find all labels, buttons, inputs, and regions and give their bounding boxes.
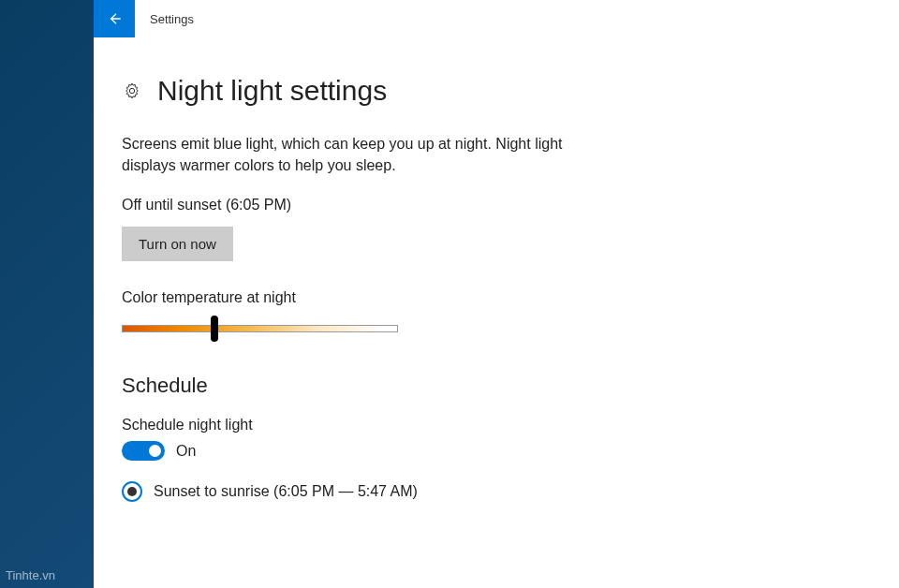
watermark: Tinhte.vn: [6, 568, 55, 582]
color-temperature-slider[interactable]: [122, 319, 398, 338]
color-temperature-label: Color temperature at night: [122, 289, 871, 306]
toggle-knob: [149, 445, 161, 457]
schedule-toggle-row: On: [122, 441, 871, 461]
slider-track: [122, 325, 398, 332]
page-description: Screens emit blue light, which can keep …: [122, 133, 609, 176]
turn-on-now-button[interactable]: Turn on now: [122, 227, 233, 261]
titlebar: Settings: [94, 0, 899, 37]
radio-button-icon: [122, 481, 142, 502]
status-text: Off until sunset (6:05 PM): [122, 197, 871, 213]
back-button[interactable]: [94, 0, 135, 37]
schedule-heading: Schedule: [122, 374, 871, 398]
svg-point-0: [129, 88, 134, 93]
back-arrow-icon: [107, 11, 122, 26]
page-header: Night light settings: [122, 75, 871, 107]
page-title: Night light settings: [157, 75, 387, 107]
schedule-option-sunset[interactable]: Sunset to sunrise (6:05 PM — 5:47 AM): [122, 481, 871, 502]
app-title: Settings: [150, 12, 194, 26]
schedule-toggle-label: Schedule night light: [122, 417, 871, 434]
content-area: Night light settings Screens emit blue l…: [94, 37, 899, 521]
schedule-option-sunset-label: Sunset to sunrise (6:05 PM — 5:47 AM): [154, 483, 418, 500]
gear-icon: [122, 81, 142, 101]
settings-window: Settings Night light settings Screens em…: [94, 0, 899, 588]
schedule-toggle[interactable]: [122, 441, 165, 461]
slider-thumb[interactable]: [211, 316, 218, 342]
toggle-state-label: On: [176, 443, 196, 460]
